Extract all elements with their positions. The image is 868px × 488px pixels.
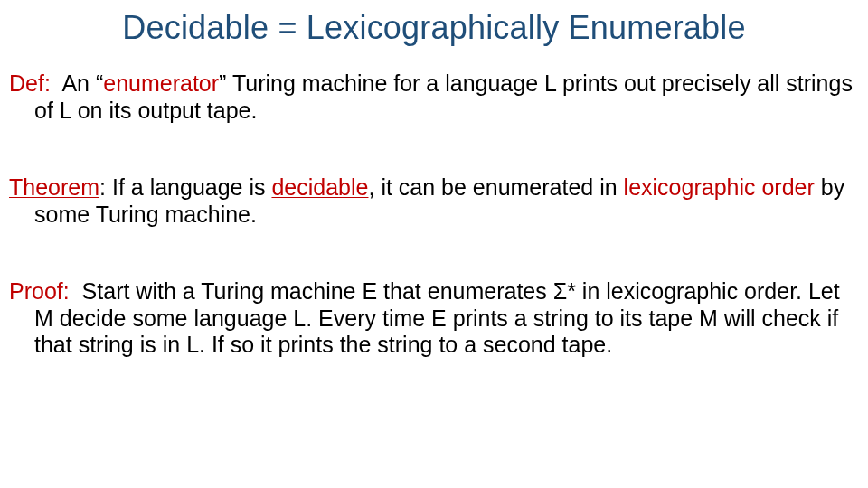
theorem-label: Theorem [9, 174, 99, 200]
theorem-mid1: : If a language is [99, 174, 271, 200]
slide: Decidable = Lexicographically Enumerable… [0, 0, 868, 488]
def-text-before: An “ [61, 70, 103, 96]
theorem-mid2: , it can be enumerated in [368, 174, 623, 200]
def-label: Def: [9, 70, 51, 96]
theorem-lex: lexicographic order [624, 174, 815, 200]
theorem-decidable: decidable [271, 174, 368, 200]
proof-label: Proof: [9, 278, 70, 304]
definition-paragraph: Def: An “enumerator” Turing machine for … [9, 70, 859, 124]
theorem-paragraph: Theorem: If a language is decidable, it … [9, 174, 859, 228]
slide-title: Decidable = Lexicographically Enumerable [0, 9, 868, 47]
slide-body: Def: An “enumerator” Turing machine for … [9, 70, 859, 359]
proof-paragraph: Proof: Start with a Turing machine E tha… [9, 278, 859, 359]
proof-text: Start with a Turing machine E that enume… [34, 278, 840, 357]
def-enumerator: enumerator [103, 70, 219, 96]
